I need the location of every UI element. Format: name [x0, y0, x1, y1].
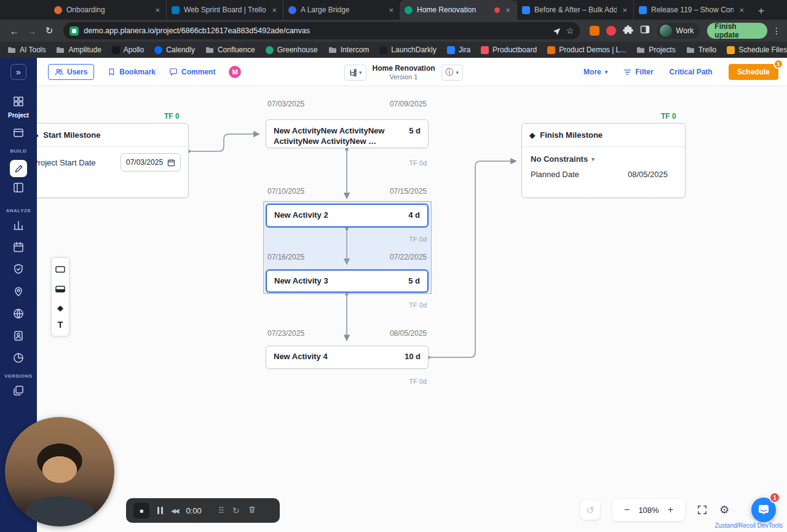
fit-to-screen-button[interactable]	[692, 500, 712, 520]
zoom-out-icon[interactable]: −	[624, 504, 630, 515]
tab-close-icon[interactable]: ×	[621, 6, 628, 15]
drag-grid-icon[interactable]: ⠿	[218, 506, 224, 515]
location-pin-icon[interactable]	[10, 284, 26, 300]
user-card-icon[interactable]	[10, 328, 26, 344]
side-panel-icon[interactable]	[640, 25, 650, 37]
delete-recording-icon[interactable]	[248, 505, 256, 516]
start-milestone-node[interactable]: ◆ Start Milestone Project Start Date 07/…	[37, 123, 189, 198]
bookmark-projects[interactable]: Projects	[636, 46, 675, 54]
critical-path-button[interactable]: Critical Path	[670, 68, 713, 76]
forward-button[interactable]: →	[23, 22, 39, 39]
bookmark-schedule-files[interactable]: Schedule Files	[727, 46, 787, 54]
calendar-icon	[167, 159, 175, 167]
constraints-dropdown[interactable]: No Constraints ▾	[522, 147, 685, 164]
user-avatar[interactable]: M	[229, 66, 241, 78]
bookmark-launchdarkly[interactable]: LaunchDarkly	[379, 46, 436, 54]
comment-button[interactable]: Comment	[169, 68, 215, 76]
zoom-level[interactable]: 108%	[638, 506, 658, 515]
activity-2-node[interactable]: New Activity 2 4 d	[266, 204, 429, 228]
reload-button[interactable]: ↻	[41, 22, 57, 39]
layout-icon[interactable]	[10, 180, 26, 196]
extension-icon[interactable]	[590, 26, 599, 36]
tab-web-sprint-board[interactable]: Web Sprint Board | Trello ×	[166, 0, 283, 20]
bookmark-intercom[interactable]: Intercom	[328, 46, 370, 54]
bookmark-product-demos[interactable]: Product Demos | L...	[547, 46, 626, 54]
finish-update-button[interactable]: Finish update	[707, 23, 767, 39]
bookmark-apollo[interactable]: Apollo	[112, 46, 144, 54]
tab-a-large-bridge[interactable]: A Large Bridge ×	[283, 0, 400, 20]
profile-chip[interactable]: Work	[657, 23, 700, 39]
pencil-edit-icon[interactable]	[10, 160, 27, 177]
pie-chart-icon[interactable]	[10, 350, 26, 366]
devtools-link[interactable]: Zustand/Recoil DevTools	[714, 522, 783, 529]
new-tab-button[interactable]: +	[753, 2, 770, 20]
bookmark-confluence[interactable]: Confluence	[205, 46, 255, 54]
filter-button[interactable]: Filter	[623, 68, 653, 76]
activity-4-node[interactable]: New Activity 4 10 d	[266, 346, 429, 369]
finish-milestone-node[interactable]: ◆ Finish Milestone No Constraints ▾ Plan…	[521, 123, 686, 198]
task-shape-tool[interactable]	[55, 284, 65, 295]
bookmark-label: AI Tools	[20, 46, 45, 54]
shield-icon[interactable]	[10, 261, 26, 277]
extension-icon[interactable]	[606, 26, 616, 36]
tab-onboarding[interactable]: Onboarding ×	[49, 0, 166, 20]
users-button[interactable]: Users	[48, 64, 94, 80]
bar-chart-icon[interactable]	[10, 217, 26, 233]
zoom-controls: − 108% +	[612, 499, 685, 521]
bookmark-productboard[interactable]: Productboard	[481, 46, 537, 54]
settings-gear-icon[interactable]: ⚙	[714, 499, 734, 521]
project-canvas[interactable]: TF 0 ◆ Start Milestone Project Start Dat…	[37, 86, 787, 532]
bookmark-jira[interactable]: Jira	[447, 46, 470, 54]
tab-home-renovation[interactable]: Home Renovation ×	[400, 0, 516, 20]
bookmark-star-icon[interactable]: ☆	[566, 26, 574, 36]
bookmark-trello[interactable]: Trello	[686, 46, 717, 54]
activity-shape-tool[interactable]	[55, 264, 65, 276]
tab-close-icon[interactable]: ×	[271, 6, 278, 15]
brand-icon	[727, 46, 735, 54]
puzzle-icon[interactable]	[623, 25, 633, 38]
activity-3-node[interactable]: New Activity 3 5 d	[266, 269, 429, 293]
rewind-button[interactable]: ◀◀	[171, 507, 178, 514]
info-dropdown[interactable]: ⓘ ▾	[441, 65, 464, 81]
tab-close-icon[interactable]: ×	[154, 6, 161, 15]
milestone-shape-tool[interactable]: ◆	[57, 304, 63, 312]
tab-close-icon[interactable]: ×	[504, 6, 512, 15]
start-date-field[interactable]: 07/03/2025	[121, 153, 181, 172]
tab-close-icon[interactable]: ×	[387, 6, 395, 15]
activity-1-node[interactable]: New ActivityNew ActivityNew ActivityNew …	[266, 119, 429, 148]
globe-icon[interactable]	[10, 306, 26, 322]
restart-recording-icon[interactable]: ↻	[232, 506, 240, 515]
calendar-icon[interactable]	[10, 239, 26, 255]
bookmark-calendly[interactable]: Calendly	[154, 46, 195, 54]
brand-icon	[266, 46, 274, 54]
total-float-label: TF 0	[661, 112, 676, 121]
address-bar[interactable]: demo.app.planera.io/project/6866cb12617e…	[63, 22, 580, 39]
bookmark-amplitude[interactable]: Amplitude	[56, 46, 101, 54]
share-icon[interactable]	[552, 26, 561, 36]
more-button[interactable]: More ▾	[583, 68, 607, 76]
tab-title: A Large Bridge	[301, 6, 383, 14]
bookmark-greenhouse[interactable]: Greenhouse	[266, 46, 318, 54]
text-tool[interactable]: T	[58, 320, 63, 329]
total-float-label: TF 0d	[266, 301, 427, 309]
stop-recording-button[interactable]: ■	[133, 502, 149, 518]
hierarchy-dropdown[interactable]: ▾	[344, 65, 366, 81]
apps-grid-icon[interactable]	[10, 93, 26, 109]
undo-button[interactable]: ↺	[580, 500, 600, 520]
zoom-in-icon[interactable]: +	[668, 504, 673, 515]
schedule-button[interactable]: Schedule 1	[729, 64, 778, 80]
tab-close-icon[interactable]: ×	[738, 6, 745, 15]
activity-start-date: 07/03/2025	[267, 100, 304, 108]
sidebar-expand-button[interactable]: »	[10, 64, 26, 80]
bookmark-button[interactable]: Bookmark	[108, 68, 156, 76]
webcam-overlay[interactable]	[5, 417, 114, 526]
versions-copy-icon[interactable]	[10, 383, 26, 399]
pause-recording-button[interactable]	[157, 507, 163, 514]
browser-menu-icon[interactable]: ⋮	[772, 26, 781, 36]
chevron-down-icon: ▾	[456, 69, 459, 76]
project-board-icon[interactable]	[10, 125, 26, 141]
bookmark-ai-tools[interactable]: AI Tools	[7, 46, 45, 54]
tab-before-after-bulk-add[interactable]: Before & After – Bulk Add ×	[516, 0, 633, 20]
back-button[interactable]: ←	[6, 22, 22, 39]
tab-release-119[interactable]: Release 119 – Show Conte ×	[633, 0, 750, 20]
